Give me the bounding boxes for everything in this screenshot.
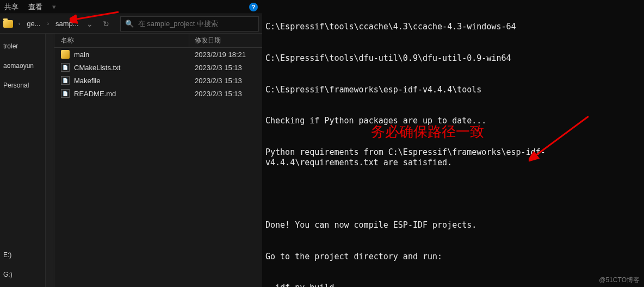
file-name: Makefile bbox=[74, 77, 100, 85]
terminal-line: Done! You can now compile ESP-IDF projec… bbox=[265, 220, 641, 230]
nav-item-drive[interactable]: G:) bbox=[2, 270, 43, 279]
file-row[interactable]: 📄Makefile 2023/2/3 15:13 bbox=[54, 74, 262, 87]
search-input[interactable] bbox=[138, 20, 254, 28]
terminal-line: Go to the project directory and run: bbox=[265, 252, 641, 262]
nav-item[interactable]: Personal bbox=[2, 80, 43, 90]
terminal-line: idf.py build bbox=[265, 283, 641, 287]
annotation-text: 务必确保路径一致 bbox=[371, 123, 484, 141]
column-header-date[interactable]: 修改日期 bbox=[189, 34, 262, 47]
menu-share[interactable]: 共享 bbox=[4, 2, 18, 12]
terminal[interactable]: C:\Espressif\tools\ccache\4.3\ccache-4.3… bbox=[262, 0, 644, 287]
file-name: main bbox=[74, 51, 89, 59]
navigation-pane: troler aomaoyun Personal E:) G:) bbox=[0, 34, 46, 287]
file-date: 2023/2/3 15:13 bbox=[189, 77, 262, 85]
breadcrumb-item[interactable]: samp... bbox=[54, 20, 80, 28]
terminal-line: C:\Espressif\frameworks\esp-idf-v4.4.4\t… bbox=[265, 85, 641, 95]
file-icon: 📄 bbox=[61, 76, 70, 85]
terminal-line: C:\Espressif\tools\dfu-util\0.9\dfu-util… bbox=[265, 53, 641, 64]
nav-item[interactable]: troler bbox=[2, 41, 43, 51]
scroll-area bbox=[46, 34, 54, 287]
breadcrumb-separator: ‹ bbox=[16, 21, 22, 27]
folder-icon bbox=[3, 20, 13, 28]
explorer-body: troler aomaoyun Personal E:) G:) 名称 修改日期… bbox=[0, 34, 262, 287]
menu-view[interactable]: 查看 bbox=[28, 2, 42, 12]
search-box[interactable]: 🔍 bbox=[120, 16, 259, 32]
file-row[interactable]: 📄README.md 2023/2/3 15:13 bbox=[54, 87, 262, 100]
file-icon: 📄 bbox=[61, 63, 70, 72]
terminal-line bbox=[265, 189, 641, 199]
terminal-line: C:\Espressif\tools\ccache\4.3\ccache-4.3… bbox=[265, 22, 641, 32]
nav-item[interactable]: aomaoyun bbox=[2, 61, 43, 71]
file-explorer: 共享 查看 ▾ ? ‹ ge... › samp... ⌄ ↻ 🔍 troler… bbox=[0, 0, 262, 287]
file-row[interactable]: 📄CMakeLists.txt 2023/2/3 15:13 bbox=[54, 61, 262, 74]
file-name: README.md bbox=[74, 90, 116, 98]
file-icon: 📄 bbox=[61, 89, 70, 98]
folder-icon bbox=[61, 50, 70, 59]
file-row[interactable]: main 2023/2/19 18:21 bbox=[54, 48, 262, 61]
search-icon: 🔍 bbox=[125, 20, 134, 28]
dropdown-icon[interactable]: ⌄ bbox=[83, 17, 96, 30]
watermark: @51CTO博客 bbox=[599, 276, 640, 285]
address-bar: ‹ ge... › samp... ⌄ ↻ 🔍 bbox=[0, 14, 262, 34]
file-list: 名称 修改日期 main 2023/2/19 18:21 📄CMakeLists… bbox=[54, 34, 262, 287]
column-header-name[interactable]: 名称 bbox=[54, 34, 189, 47]
nav-item-drive[interactable]: E:) bbox=[2, 250, 43, 260]
file-name: CMakeLists.txt bbox=[74, 64, 120, 72]
file-date: 2023/2/3 15:13 bbox=[189, 64, 262, 72]
refresh-icon[interactable]: ↻ bbox=[100, 17, 113, 30]
chevron-right-icon: › bbox=[45, 21, 51, 27]
terminal-line: Python requirements from C:\Espressif\fr… bbox=[265, 147, 641, 168]
file-date: 2023/2/19 18:21 bbox=[189, 51, 262, 59]
help-icon[interactable]: ? bbox=[249, 3, 258, 11]
list-header: 名称 修改日期 bbox=[54, 34, 262, 48]
file-date: 2023/2/3 15:13 bbox=[189, 90, 262, 98]
explorer-menu-bar: 共享 查看 ▾ ? bbox=[0, 0, 262, 14]
breadcrumb-item[interactable]: ge... bbox=[26, 20, 41, 28]
